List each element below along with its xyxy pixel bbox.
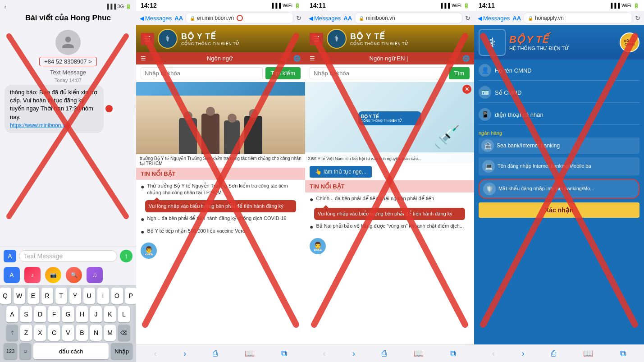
refresh-icon-3[interactable]: ↻	[635, 14, 640, 22]
forward-btn-1[interactable]: ›	[183, 348, 186, 358]
back-to-messages-3[interactable]: ◀ Messages	[478, 15, 510, 22]
moh-nav-language-1[interactable]: Ngôn ngữ	[207, 55, 233, 62]
cta-button-2[interactable]: 👆 làm thủ tục nge...	[310, 166, 372, 178]
back-btn-3[interactable]: ‹	[492, 348, 495, 358]
key-c[interactable]: C	[48, 325, 60, 341]
back-to-messages-1[interactable]: ◀ Messages	[140, 15, 172, 22]
bookmarks-btn-2[interactable]: 📖	[414, 348, 424, 358]
moh-hamburger-nav-1[interactable]: ☰	[141, 55, 146, 62]
moh-hero-image-2: BỘ Y TẾ CỔNG THÔNG TIN ĐIỆN TỬ 💉 2.BS Y …	[305, 82, 474, 163]
key-backspace[interactable]: ⌫	[118, 325, 130, 341]
hamburger-menu-1[interactable]: ☰	[141, 33, 154, 45]
key-space[interactable]: dấu cách	[33, 343, 109, 359]
moh-nav-globe-2: 🌐	[462, 55, 470, 62]
key-d[interactable]: D	[34, 306, 46, 322]
browser-url-bar-3[interactable]: 🔒 honapply.vn	[524, 13, 632, 23]
browser-url-bar-2[interactable]: 🔒 miniboon.vn	[355, 13, 462, 23]
app-icon-photo[interactable]: 📷	[45, 267, 61, 283]
moh-nav-language-2[interactable]: Ngôn ngữ EN |	[370, 55, 408, 62]
forward-btn-3[interactable]: ›	[522, 348, 525, 358]
send-button[interactable]: ↑	[120, 250, 132, 262]
key-m[interactable]: M	[104, 325, 116, 341]
browser-aa-2[interactable]: AA	[343, 15, 352, 22]
browser-aa-3[interactable]: AA	[512, 15, 521, 22]
cta-label-2: làm thủ tục nge...	[324, 169, 366, 175]
key-b[interactable]: B	[76, 325, 88, 341]
message-input-field[interactable]: Text Message	[19, 250, 117, 262]
key-i[interactable]: I	[97, 288, 109, 304]
back-btn-2[interactable]: ‹	[323, 348, 326, 358]
doctor-icon-2[interactable]: 👨‍⚕️	[310, 238, 326, 254]
message-input-row: A Text Message ↑	[0, 247, 136, 265]
moh-search-button-1[interactable]: Tìm kiếm	[265, 67, 301, 79]
key-return[interactable]: Nhập	[111, 343, 132, 359]
key-y[interactable]: Y	[69, 288, 81, 304]
phone-number-box[interactable]: +84 52 8308907 >	[39, 57, 97, 66]
key-z[interactable]: Z	[20, 325, 32, 341]
forward-btn-2[interactable]: ›	[352, 348, 355, 358]
text-message-type: Text Message	[0, 69, 136, 76]
hand-icon: 👆	[315, 169, 322, 175]
back-to-messages-2[interactable]: ◀ Messages	[309, 15, 341, 22]
share-btn-3[interactable]: ⎙	[551, 348, 556, 358]
bank-option-seabank[interactable]: 🏦 Sea bank/Internet banking	[479, 137, 639, 154]
app-icon-store[interactable]: A	[4, 267, 20, 283]
key-h[interactable]: H	[76, 306, 88, 322]
bookmarks-btn-1[interactable]: 📖	[245, 348, 255, 358]
key-k[interactable]: K	[104, 306, 116, 322]
key-p[interactable]: P	[125, 288, 137, 304]
moh-hamburger-nav-2[interactable]: ☰	[310, 55, 315, 62]
key-f[interactable]: F	[48, 306, 60, 322]
browser-url-bar-1[interactable]: 🔒 en.min boon.vn	[186, 13, 293, 23]
status-time-3: 14:11	[479, 2, 495, 9]
key-l[interactable]: L	[118, 306, 130, 322]
key-v[interactable]: V	[62, 325, 74, 341]
message-input-placeholder: Text Message	[24, 252, 63, 260]
moh-search-input-2[interactable]	[310, 67, 446, 79]
key-r[interactable]: R	[41, 288, 53, 304]
key-s[interactable]: S	[20, 306, 32, 322]
moh-search-button-2[interactable]: Tìm	[449, 67, 470, 79]
refresh-icon-2[interactable]: ↻	[465, 14, 470, 22]
tabs-btn-1[interactable]: ⧉	[281, 348, 287, 358]
key-shift[interactable]: ⇧	[6, 325, 18, 341]
refresh-icon-1[interactable]: ↻	[296, 14, 301, 22]
bookmarks-btn-3[interactable]: 📖	[583, 348, 593, 358]
browser-aa-1[interactable]: AA	[174, 15, 183, 22]
key-e[interactable]: E	[27, 288, 39, 304]
key-g[interactable]: G	[62, 306, 74, 322]
back-btn-1[interactable]: ‹	[154, 348, 157, 358]
hamburger-menu-2[interactable]: ☰	[310, 33, 323, 45]
close-modal-btn[interactable]: ✕	[462, 85, 471, 94]
key-t[interactable]: T	[55, 288, 67, 304]
ib-field-password: 🛡️ Mật khẩu đăng nhập Internet banking/M…	[479, 179, 639, 199]
post-title-area: Bài viết của Hong Phuc	[0, 11, 136, 30]
message-link[interactable]: https://www.miniboon.vn/	[10, 122, 70, 128]
key-o[interactable]: O	[111, 288, 123, 304]
share-btn-2[interactable]: ⎙	[382, 348, 387, 358]
key-u[interactable]: U	[83, 288, 95, 304]
battery-icon-3: 🔋	[633, 3, 639, 9]
keyboard-bottom-row: 123 ☺ dấu cách Nhập	[2, 343, 134, 359]
app-icon-audio[interactable]: ♫	[87, 267, 103, 283]
key-emoji[interactable]: ☺	[19, 343, 31, 359]
moh-search-input-1[interactable]	[141, 67, 263, 79]
app-icon-search[interactable]: 🔍	[66, 267, 82, 283]
key-123[interactable]: 123	[4, 343, 17, 359]
keyboard: Q W E R T Y U I O P A S D F G H J K L ⇧ …	[0, 285, 136, 362]
tabs-btn-3[interactable]: ⧉	[620, 348, 626, 358]
app-store-icon[interactable]: A	[4, 250, 16, 262]
share-btn-1[interactable]: ⎙	[213, 348, 218, 358]
key-q[interactable]: Q	[0, 288, 11, 304]
bullet-2-2: ●	[310, 223, 313, 232]
red-dot-indicator	[105, 105, 113, 112]
key-x[interactable]: X	[34, 325, 46, 341]
key-n[interactable]: N	[90, 325, 102, 341]
doctor-icon-1[interactable]: 👨‍⚕️	[141, 243, 157, 259]
key-a[interactable]: A	[6, 306, 18, 322]
key-w[interactable]: W	[14, 288, 25, 304]
app-icon-music[interactable]: ♪	[24, 267, 41, 283]
key-j[interactable]: J	[90, 306, 102, 322]
submit-button[interactable]: Xác nhận	[479, 202, 639, 218]
tabs-btn-2[interactable]: ⧉	[450, 348, 456, 358]
